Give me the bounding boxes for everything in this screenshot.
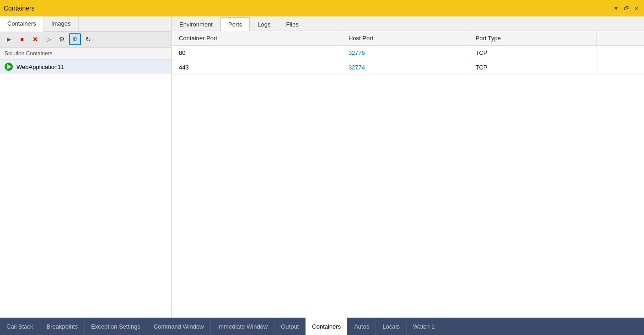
section-header: Solution Containers (0, 48, 171, 60)
close-button[interactable]: ✕ (632, 4, 640, 12)
ports-table: Container Port Host Port Port Type 80 32… (172, 31, 644, 75)
gear-icon: ⚙ (59, 36, 65, 43)
bottom-bar: Call Stack Breakpoints Exception Setting… (0, 318, 644, 335)
bottom-tab-containers[interactable]: Containers (306, 318, 348, 335)
col-extra (596, 31, 644, 46)
extra-1 (596, 46, 644, 60)
table-header: Container Port Host Port Port Type (172, 31, 644, 46)
stop-icon: ■ (20, 36, 23, 43)
bottom-tab-call-stack[interactable]: Call Stack (0, 318, 40, 335)
container-port-2: 443 (172, 60, 341, 75)
host-port-1[interactable]: 32775 (341, 46, 468, 60)
sidebar-tab-containers[interactable]: Containers (0, 16, 44, 32)
bottom-tab-exception-settings[interactable]: Exception Settings (85, 318, 147, 335)
close-icon: ✕ (32, 36, 38, 43)
attach-icon: ▷ (47, 36, 51, 43)
window-title: Containers (4, 5, 35, 12)
host-port-link-1[interactable]: 32775 (349, 49, 365, 56)
tab-logs[interactable]: Logs (250, 17, 278, 31)
bottom-tab-autos[interactable]: Autos (348, 318, 376, 335)
bottom-tab-output[interactable]: Output (274, 318, 306, 335)
copy-icon: ⧉ (73, 36, 77, 43)
host-port-2[interactable]: 32774 (341, 60, 468, 75)
running-indicator (5, 63, 13, 71)
table-row: 80 32775 TCP (172, 46, 644, 60)
dropdown-button[interactable]: ▼ (612, 4, 620, 12)
tab-ports[interactable]: Ports (220, 17, 250, 31)
bottom-tab-command-window[interactable]: Command Window (147, 318, 211, 335)
container-port-1: 80 (172, 46, 341, 60)
sidebar: Containers Images ▶ ■ ✕ ▷ ⚙ ⧉ ↻ (0, 16, 172, 318)
stop-button[interactable]: ■ (16, 33, 28, 45)
col-host-port: Host Port (341, 31, 468, 46)
copy-button[interactable]: ⧉ (69, 33, 81, 45)
bottom-tab-immediate-window[interactable]: Immediate Window (211, 318, 275, 335)
window-controls: ▼ 🗗 ✕ (612, 4, 640, 12)
col-container-port: Container Port (172, 31, 341, 46)
content-tabs: Environment Ports Logs Files (172, 16, 644, 31)
start-button[interactable]: ▶ (3, 33, 15, 45)
ports-table-container: Container Port Host Port Port Type 80 32… (172, 31, 644, 318)
right-panel: Environment Ports Logs Files Container P… (172, 16, 644, 318)
bottom-tab-watch1[interactable]: Watch 1 (407, 318, 441, 335)
tab-files[interactable]: Files (279, 17, 306, 31)
sidebar-tabs: Containers Images (0, 16, 171, 32)
extra-2 (596, 60, 644, 75)
sidebar-tab-images[interactable]: Images (44, 16, 79, 31)
table-row: 443 32774 TCP (172, 60, 644, 75)
host-port-link-2[interactable]: 32774 (349, 64, 365, 71)
port-type-1: TCP (468, 46, 596, 60)
title-bar: Containers ▼ 🗗 ✕ (0, 0, 644, 16)
col-port-type: Port Type (468, 31, 596, 46)
container-name: WebApplication11 (16, 64, 64, 70)
restore-button[interactable]: 🗗 (622, 4, 630, 12)
main-content: Containers Images ▶ ■ ✕ ▷ ⚙ ⧉ ↻ (0, 16, 644, 318)
port-type-2: TCP (468, 60, 596, 75)
play-icon: ▶ (7, 36, 11, 43)
attach-button[interactable]: ▷ (43, 33, 54, 45)
bottom-tab-breakpoints[interactable]: Breakpoints (40, 318, 85, 335)
settings-button[interactable]: ⚙ (56, 33, 68, 45)
bottom-tab-locals[interactable]: Locals (376, 318, 407, 335)
close-container-button[interactable]: ✕ (29, 33, 41, 45)
tab-environment[interactable]: Environment (172, 17, 220, 31)
refresh-button[interactable]: ↻ (82, 33, 94, 45)
container-item[interactable]: WebApplication11 (0, 60, 171, 74)
table-body: 80 32775 TCP 443 32774 TCP (172, 46, 644, 75)
sidebar-toolbar: ▶ ■ ✕ ▷ ⚙ ⧉ ↻ (0, 32, 171, 48)
refresh-icon: ↻ (86, 36, 91, 43)
